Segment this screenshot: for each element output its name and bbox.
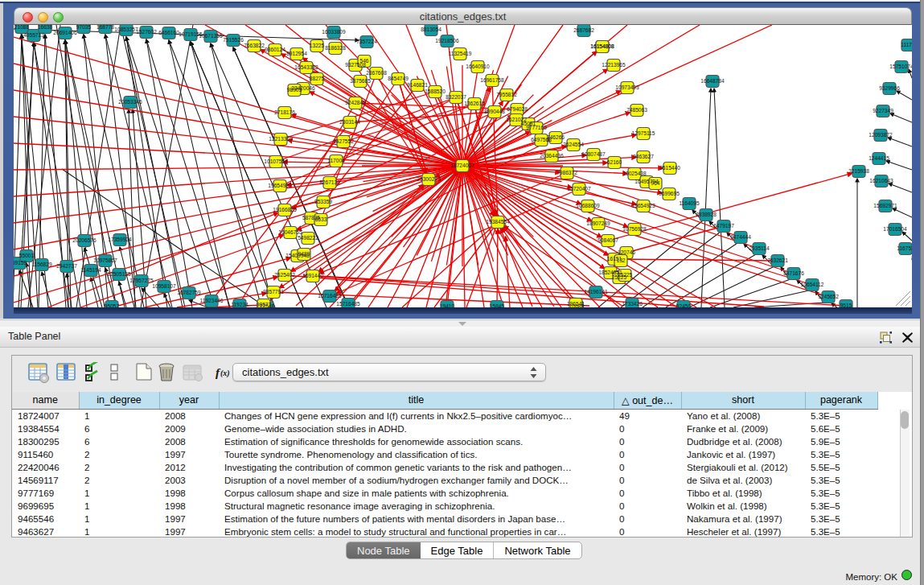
svg-text:20364436: 20364436: [540, 153, 564, 159]
svg-text:9084067: 9084067: [598, 237, 618, 243]
svg-text:12505135: 12505135: [107, 271, 131, 277]
svg-text:11325419: 11325419: [449, 51, 472, 56]
svg-text:4055713: 4055713: [23, 32, 44, 38]
svg-text:55001: 55001: [19, 253, 35, 258]
svg-text:3624554: 3624554: [563, 142, 584, 147]
svg-text:15720407: 15720407: [567, 186, 591, 192]
svg-text:7986372: 7986372: [556, 170, 577, 175]
svg-text:7955812: 7955812: [496, 92, 517, 97]
svg-text:168778: 168778: [97, 25, 114, 30]
svg-text:9245652: 9245652: [818, 294, 839, 299]
svg-text:119234: 119234: [231, 302, 248, 307]
svg-text:10688609: 10688609: [576, 203, 600, 208]
svg-text:20053346: 20053346: [118, 99, 142, 105]
svg-text:10756928: 10756928: [622, 226, 647, 232]
svg-text:17016504: 17016504: [883, 226, 907, 232]
svg-text:8454749: 8454749: [388, 76, 409, 81]
svg-text:8912954: 8912954: [286, 51, 307, 56]
svg-text:18907249: 18907249: [586, 220, 610, 226]
svg-text:17957275: 17957275: [129, 278, 154, 283]
svg-text:15692971: 15692971: [873, 203, 897, 208]
svg-text:9242848: 9242848: [345, 100, 366, 105]
svg-text:9857791: 9857791: [263, 289, 284, 295]
svg-text:14196141: 14196141: [584, 289, 608, 295]
svg-text:853359: 853359: [314, 199, 332, 204]
svg-text:25300273: 25300273: [417, 176, 441, 182]
svg-text:19218506: 19218506: [435, 38, 459, 43]
svg-text:8186328: 8186328: [325, 45, 346, 51]
svg-text:120746: 120746: [618, 249, 635, 255]
svg-text:19166825: 19166825: [273, 207, 297, 212]
svg-text:16648784: 16648784: [700, 78, 725, 84]
svg-text:62160: 62160: [607, 159, 622, 165]
svg-text:1362615: 1362615: [464, 101, 485, 106]
svg-text:16033809: 16033809: [322, 29, 346, 35]
svg-text:1145194: 1145194: [80, 267, 101, 273]
svg-text:16046755: 16046755: [278, 229, 302, 235]
svg-text:9146821: 9146821: [407, 82, 428, 88]
svg-text:10973493: 10973493: [615, 84, 639, 90]
svg-text:5498222: 5498222: [298, 235, 318, 241]
svg-text:10853257: 10853257: [114, 27, 138, 32]
svg-text:9489: 9489: [298, 251, 310, 257]
svg-text:10025438: 10025438: [622, 171, 647, 176]
svg-text:196541: 196541: [567, 301, 585, 307]
svg-text:15716485: 15716485: [318, 293, 342, 299]
svg-text:9474444: 9474444: [730, 234, 751, 240]
svg-text:546: 546: [359, 58, 368, 64]
svg-text:16154808: 16154808: [590, 43, 614, 49]
svg-text:16782759: 16782759: [177, 290, 201, 295]
svg-text:7485063: 7485063: [626, 107, 647, 113]
svg-text:98903: 98903: [287, 87, 302, 93]
svg-text:20206576: 20206576: [72, 237, 97, 243]
svg-text:9515440: 9515440: [659, 165, 680, 171]
svg-text:11923446: 11923446: [200, 298, 224, 303]
svg-text:16961758: 16961758: [480, 77, 504, 83]
svg-text:10807487: 10807487: [581, 151, 606, 157]
svg-text:2935114: 2935114: [749, 245, 770, 251]
svg-text:11173: 11173: [901, 42, 912, 47]
svg-text:25225: 25225: [618, 272, 633, 278]
svg-text:7663822: 7663822: [244, 43, 265, 48]
svg-text:2867608: 2867608: [366, 70, 387, 76]
svg-text:16210643: 16210643: [869, 178, 893, 183]
svg-text:9777169: 9777169: [526, 125, 547, 130]
svg-text:12093872: 12093872: [869, 132, 893, 138]
svg-text:17359924: 17359924: [108, 237, 132, 242]
svg-text:1733426: 1733426: [622, 301, 643, 307]
svg-text:746266: 746266: [547, 134, 565, 140]
svg-text:3215938: 3215938: [848, 168, 869, 174]
svg-text:13225: 13225: [310, 43, 325, 48]
svg-text:8322037: 8322037: [446, 94, 466, 100]
svg-text:2687682: 2687682: [573, 27, 594, 33]
svg-text:1244415: 1244415: [869, 155, 889, 161]
svg-text:3875685: 3875685: [350, 78, 371, 84]
svg-text:(x): (x): [220, 369, 230, 378]
svg-text:8990448: 8990448: [484, 109, 505, 114]
svg-text:16638: 16638: [38, 25, 53, 30]
svg-text:8938928: 8938928: [696, 212, 717, 217]
svg-text:18724007: 18724007: [450, 163, 474, 168]
svg-text:88275: 88275: [310, 76, 325, 81]
svg-text:964: 964: [651, 180, 659, 186]
svg-text:1156829: 1156829: [31, 262, 52, 267]
svg-text:12213965: 12213965: [602, 62, 626, 68]
svg-text:10958107: 10958107: [152, 283, 176, 289]
svg-text:9860124: 9860124: [265, 47, 285, 52]
svg-text:7625402: 7625402: [274, 272, 295, 278]
svg-text:7357224: 7357224: [356, 39, 377, 44]
svg-text:98577: 98577: [257, 302, 272, 307]
svg-text:19654923: 19654923: [631, 203, 655, 208]
svg-text:8533: 8533: [315, 216, 327, 222]
svg-text:9227349: 9227349: [873, 108, 893, 113]
svg-text:8427552: 8427552: [333, 138, 354, 144]
svg-text:12213369: 12213369: [269, 136, 293, 142]
svg-text:10975867: 10975867: [93, 257, 117, 263]
svg-text:7632621: 7632621: [767, 257, 788, 263]
svg-text:9699695: 9699695: [659, 191, 680, 196]
svg-text:6466160: 6466160: [158, 30, 179, 35]
svg-text:2718176: 2718176: [274, 109, 295, 115]
svg-text:8471676: 8471676: [783, 270, 804, 276]
svg-text:116753: 116753: [897, 245, 912, 251]
svg-text:1588520: 1588520: [425, 89, 446, 94]
